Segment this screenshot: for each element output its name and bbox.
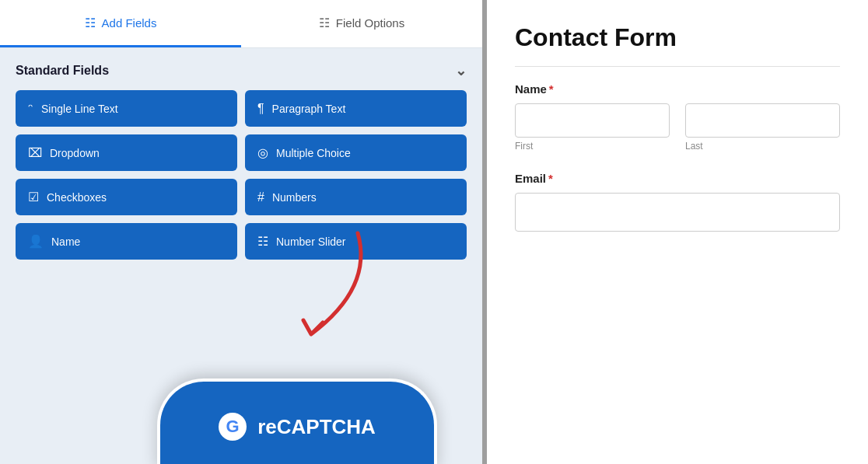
field-btn-paragraph-text[interactable]: ¶ Paragraph Text (245, 90, 467, 127)
field-btn-single-line-text-label: Single Line Text (41, 103, 118, 115)
recaptcha-label: reCAPTCHA (257, 415, 376, 439)
form-title: Contact Form (515, 23, 840, 52)
email-section: Email* (515, 172, 840, 232)
field-btn-multiple-choice-label: Multiple Choice (276, 147, 351, 159)
standard-fields-header: Standard Fields ⌄ (0, 48, 482, 90)
fields-grid: ᵔ Single Line Text ¶ Paragraph Text ⌧ Dr… (0, 90, 482, 260)
add-fields-icon: ☷ (85, 16, 96, 30)
last-name-field: Last (685, 103, 840, 152)
name-icon: 👤 (28, 234, 44, 249)
recaptcha-zoom-button[interactable]: G reCAPTCHA (157, 379, 437, 464)
last-name-input[interactable] (685, 103, 840, 138)
field-btn-number-slider[interactable]: ☷ Number Slider (245, 223, 467, 260)
field-btn-checkboxes-label: Checkboxes (47, 191, 107, 204)
dropdown-icon: ⌧ (28, 145, 42, 160)
tab-field-options[interactable]: ☷ Field Options (241, 0, 482, 47)
email-input[interactable] (515, 193, 840, 232)
field-btn-paragraph-text-label: Paragraph Text (272, 103, 346, 115)
last-sublabel: Last (685, 141, 840, 152)
left-panel: ☷ Add Fields ☷ Field Options Standard Fi… (0, 0, 482, 464)
name-row: First Last (515, 103, 840, 152)
tab-add-fields-label: Add Fields (102, 16, 157, 30)
name-label: Name* (515, 82, 840, 96)
checkboxes-icon: ☑ (28, 190, 39, 204)
field-btn-numbers[interactable]: # Numbers (245, 179, 467, 215)
multiple-choice-icon: ◎ (257, 145, 268, 160)
number-slider-icon: ☷ (257, 234, 268, 249)
field-options-icon: ☷ (319, 16, 330, 30)
name-required-star: * (549, 82, 554, 96)
field-btn-number-slider-label: Number Slider (276, 235, 345, 248)
google-g-logo: G (219, 413, 247, 441)
section-title: Standard Fields (16, 64, 109, 78)
numbers-icon: # (257, 190, 264, 204)
tabs-bar: ☷ Add Fields ☷ Field Options (0, 0, 482, 48)
right-panel: Contact Form Name* First Last Email* (482, 0, 868, 464)
field-btn-single-line-text[interactable]: ᵔ Single Line Text (16, 90, 237, 127)
tab-field-options-label: Field Options (336, 16, 404, 30)
field-btn-numbers-label: Numbers (272, 191, 317, 204)
field-btn-dropdown[interactable]: ⌧ Dropdown (16, 134, 237, 171)
field-btn-name-label: Name (51, 235, 80, 248)
first-name-field: First (515, 103, 670, 152)
paragraph-text-icon: ¶ (257, 102, 264, 116)
chevron-down-icon[interactable]: ⌄ (455, 62, 467, 79)
form-divider (515, 66, 840, 67)
first-name-input[interactable] (515, 103, 670, 138)
field-btn-name[interactable]: 👤 Name (16, 223, 237, 260)
first-sublabel: First (515, 141, 670, 152)
single-line-text-icon: ᵔ (28, 101, 33, 116)
field-btn-dropdown-label: Dropdown (50, 147, 100, 159)
email-required-star: * (548, 172, 553, 185)
field-btn-checkboxes[interactable]: ☑ Checkboxes (16, 179, 237, 215)
field-btn-multiple-choice[interactable]: ◎ Multiple Choice (245, 134, 467, 171)
tab-add-fields[interactable]: ☷ Add Fields (0, 0, 241, 47)
email-label: Email* (515, 172, 840, 185)
